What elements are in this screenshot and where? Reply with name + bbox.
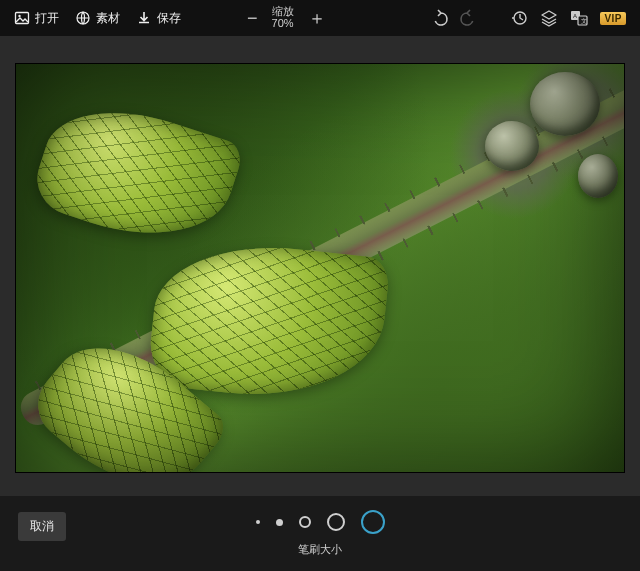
svg-text:A: A — [573, 13, 577, 19]
svg-text:文: 文 — [581, 17, 587, 24]
top-toolbar: 打开 素材 保存 − 缩放 70% ＋ — [0, 0, 640, 36]
save-label: 保存 — [157, 10, 181, 27]
svg-point-1 — [18, 15, 20, 17]
undo-button[interactable] — [430, 9, 448, 27]
history-button[interactable] — [510, 9, 528, 27]
brush-size-2[interactable] — [276, 519, 283, 526]
brush-size-3[interactable] — [299, 516, 311, 528]
translate-button[interactable]: A 文 — [570, 9, 588, 27]
photo-content — [16, 64, 624, 472]
brush-size-picker — [0, 510, 640, 534]
brush-size-4[interactable] — [327, 513, 345, 531]
layers-button[interactable] — [540, 9, 558, 27]
assets-label: 素材 — [96, 10, 120, 27]
zoom-value: 70% — [272, 18, 294, 30]
redo-button — [460, 9, 478, 27]
brush-size-label: 笔刷大小 — [0, 542, 640, 557]
svg-rect-0 — [16, 13, 29, 24]
save-button[interactable]: 保存 — [130, 6, 187, 31]
brush-size-5-selected[interactable] — [361, 510, 385, 534]
assets-button[interactable]: 素材 — [69, 6, 126, 31]
download-icon — [136, 10, 152, 26]
globe-icon — [75, 10, 91, 26]
open-label: 打开 — [35, 10, 59, 27]
vip-badge[interactable]: VIP — [600, 12, 626, 25]
image-icon — [14, 10, 30, 26]
brush-size-1[interactable] — [256, 520, 260, 524]
bottom-bar: 取消 笔刷大小 — [0, 496, 640, 571]
zoom-readout: 缩放 70% — [272, 6, 294, 29]
right-icon-group: A 文 VIP — [430, 9, 632, 27]
canvas[interactable] — [16, 64, 624, 472]
zoom-out-button[interactable]: − — [243, 8, 262, 29]
canvas-area — [0, 36, 640, 496]
open-button[interactable]: 打开 — [8, 6, 65, 31]
zoom-in-button[interactable]: ＋ — [304, 6, 330, 30]
zoom-control: − 缩放 70% ＋ — [243, 6, 330, 30]
